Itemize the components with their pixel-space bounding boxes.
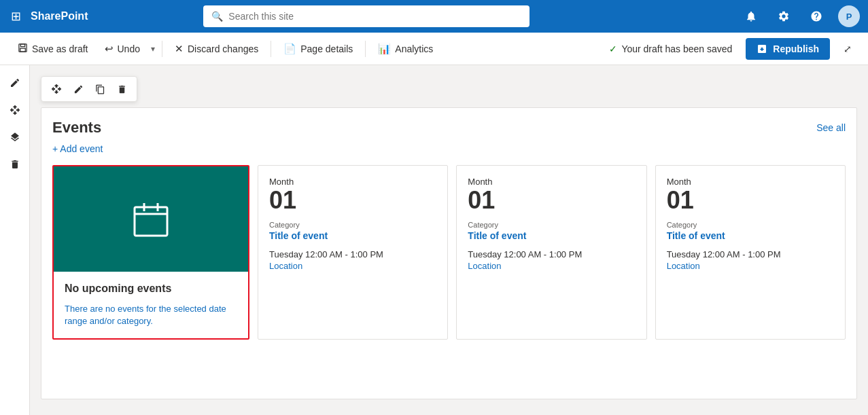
event-category: Category — [269, 221, 436, 229]
settings-icon[interactable] — [773, 5, 795, 27]
main-area: Events See all + Add event — [0, 65, 868, 415]
event-category: Category — [468, 221, 635, 229]
event-month: Month — [468, 177, 635, 187]
help-icon[interactable] — [805, 5, 827, 27]
notification-icon[interactable] — [740, 5, 762, 27]
event-card[interactable]: Month 01 Category Title of event Tuesday… — [456, 165, 646, 340]
draft-saved-label: Your draft has been saved — [621, 43, 732, 54]
sidebar-delete-icon[interactable] — [4, 154, 26, 175]
search-bar: 🔍 — [203, 5, 530, 27]
republish-icon — [757, 43, 767, 54]
float-copy-button[interactable] — [90, 79, 109, 98]
event-day: 01 — [269, 188, 436, 213]
featured-no-events-title: No upcoming events — [65, 283, 237, 295]
featured-no-events-desc: There are no events for the selected dat… — [65, 303, 237, 327]
events-grid: No upcoming events There are no events f… — [52, 165, 846, 340]
event-card[interactable]: Month 01 Category Title of event Tuesday… — [655, 165, 846, 340]
sidebar-move-icon[interactable] — [4, 99, 26, 121]
svg-rect-1 — [20, 43, 24, 46]
featured-card-image — [54, 166, 248, 272]
toolbar-divider — [162, 41, 162, 57]
save-icon — [18, 43, 28, 55]
event-location[interactable]: Location — [269, 261, 436, 271]
page-details-icon: 📄 — [283, 43, 296, 55]
event-time: Tuesday 12:00 AM - 1:00 PM — [667, 249, 834, 259]
republish-label: Republish — [773, 43, 819, 54]
sidebar-layers-icon[interactable] — [4, 126, 26, 148]
expand-icon[interactable]: ⤢ — [838, 39, 857, 58]
undo-dropdown-arrow[interactable]: ▾ — [150, 41, 156, 56]
brand-name: SharePoint — [31, 10, 88, 22]
undo-label: Undo — [118, 43, 140, 54]
search-input[interactable] — [228, 11, 521, 22]
check-icon: ✓ — [609, 43, 617, 54]
float-delete-button[interactable] — [112, 79, 131, 98]
discard-icon: ✕ — [175, 43, 184, 55]
sidebar-edit-icon[interactable] — [4, 72, 26, 94]
events-title: Events — [52, 119, 101, 137]
draft-saved-status: ✓ Your draft has been saved — [609, 43, 732, 54]
discard-button[interactable]: ✕ Discard changes — [168, 39, 265, 59]
event-month: Month — [269, 177, 436, 187]
event-category: Category — [667, 221, 834, 229]
undo-icon: ↩ — [105, 43, 114, 55]
event-title[interactable]: Title of event — [468, 230, 635, 241]
search-icon: 🔍 — [211, 11, 223, 22]
grid-icon[interactable]: ⊞ — [8, 6, 24, 26]
discard-label: Discard changes — [188, 43, 258, 54]
float-move-button[interactable] — [47, 79, 66, 98]
featured-card-body: No upcoming events There are no events f… — [54, 272, 248, 338]
analytics-button[interactable]: 📊 Analytics — [371, 39, 440, 59]
republish-button[interactable]: Republish — [746, 38, 830, 60]
event-title[interactable]: Title of event — [269, 230, 436, 241]
analytics-label: Analytics — [395, 43, 433, 54]
events-panel: Events See all + Add event — [41, 107, 857, 399]
event-time: Tuesday 12:00 AM - 1:00 PM — [468, 249, 635, 259]
event-time: Tuesday 12:00 AM - 1:00 PM — [269, 249, 436, 259]
float-edit-button[interactable] — [69, 79, 88, 98]
event-card[interactable]: Month 01 Category Title of event Tuesday… — [258, 165, 448, 340]
see-all-link[interactable]: See all — [816, 122, 846, 133]
left-sidebar — [0, 65, 30, 415]
float-toolbar — [41, 76, 137, 102]
page-details-button[interactable]: 📄 Page details — [277, 39, 360, 59]
page-details-label: Page details — [300, 43, 353, 54]
content-area: Events See all + Add event — [30, 65, 868, 415]
save-draft-button[interactable]: Save as draft — [11, 39, 95, 59]
featured-event-card[interactable]: No upcoming events There are no events f… — [52, 165, 249, 340]
toolbar-divider-3 — [365, 41, 366, 57]
calendar-svg-icon — [131, 199, 171, 240]
undo-button[interactable]: ↩ Undo — [98, 39, 147, 59]
event-location[interactable]: Location — [468, 261, 635, 271]
toolbar-divider-2 — [271, 41, 271, 57]
analytics-icon: 📊 — [378, 43, 391, 55]
svg-rect-3 — [135, 207, 167, 236]
save-draft-label: Save as draft — [32, 43, 88, 54]
event-day: 01 — [667, 188, 834, 213]
svg-rect-2 — [20, 48, 26, 52]
event-month: Month — [667, 177, 834, 187]
event-day: 01 — [468, 188, 635, 213]
top-nav: ⊞ SharePoint 🔍 P — [0, 0, 868, 33]
nav-right-icons: P — [740, 5, 860, 27]
avatar[interactable]: P — [838, 5, 860, 27]
events-header: Events See all — [52, 119, 846, 137]
add-event-button[interactable]: + Add event — [52, 143, 103, 154]
event-location[interactable]: Location — [667, 261, 834, 271]
toolbar: Save as draft ↩ Undo ▾ ✕ Discard changes… — [0, 33, 868, 65]
event-title[interactable]: Title of event — [667, 230, 834, 241]
